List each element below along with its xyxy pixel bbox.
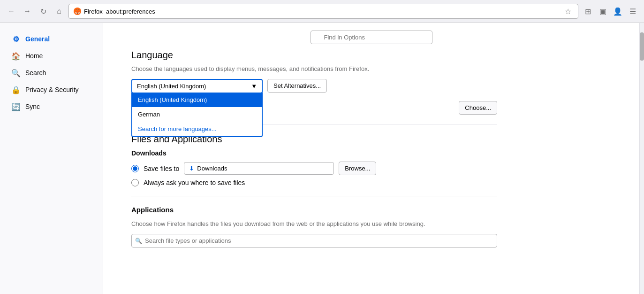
folder-download-icon: ⬇	[189, 165, 194, 172]
applications-description: Choose how Firefox handles the files you…	[131, 220, 497, 227]
save-files-row: Save files to ⬇ Downloads Browse...	[131, 162, 497, 175]
always-ask-label: Always ask you where to save files	[144, 179, 245, 186]
language-dropdown-menu: English (United Kingdom) German Search f…	[131, 93, 263, 137]
dropdown-arrow-icon: ▼	[251, 83, 257, 90]
home-button[interactable]: ⌂	[53, 5, 66, 18]
sidebar-label-general: General	[25, 35, 50, 43]
sidebar-item-home[interactable]: 🏠 Home	[4, 47, 99, 64]
applications-section: Applications Choose how Firefox handles …	[131, 206, 497, 248]
language-description: Choose the languages used to display men…	[131, 65, 497, 72]
choose-button[interactable]: Choose...	[459, 101, 497, 115]
address-bar[interactable]: 🦊 Firefox about:preferences ☆	[68, 4, 578, 19]
downloads-section: Downloads Save files to ⬇ Downloads Brow…	[131, 149, 497, 186]
find-input-wrapper: 🔍	[311, 31, 432, 44]
forward-button[interactable]: →	[21, 5, 34, 18]
back-button[interactable]: ←	[5, 5, 18, 18]
app-search-icon: 🔍	[135, 238, 142, 244]
sync-icon: 🔄	[11, 102, 21, 111]
sidebar-icon[interactable]: ▣	[596, 5, 609, 18]
gear-icon: ⚙	[11, 34, 21, 44]
downloads-folder-name: Downloads	[197, 165, 227, 172]
language-option-search-more[interactable]: Search for more languages...	[132, 122, 262, 136]
sidebar-label-sync: Sync	[25, 103, 40, 110]
toolbar: ← → ↻ ⌂ 🦊 Firefox about:preferences ☆ ⊞ …	[0, 0, 644, 23]
language-option-english-uk[interactable]: English (United Kingdom)	[132, 93, 262, 107]
menu-icon[interactable]: ☰	[626, 5, 639, 18]
language-dropdown-wrapper: English (United Kingdom) ▼ English (Unit…	[131, 79, 263, 93]
main-layout: ⚙ General 🏠 Home 🔍 Search 🔒 Privacy & Se…	[0, 23, 644, 294]
sidebar-label-home: Home	[25, 52, 43, 60]
sidebar-item-general[interactable]: ⚙ General	[4, 31, 99, 47]
sidebar-item-search[interactable]: 🔍 Search	[4, 64, 99, 81]
search-icon: 🔍	[11, 68, 21, 77]
app-search-wrapper: 🔍	[131, 234, 497, 248]
browser-chrome: ← → ↻ ⌂ 🦊 Firefox about:preferences ☆ ⊞ …	[0, 0, 644, 23]
content-area: 🔍 Language Choose the languages used to …	[103, 23, 639, 294]
selected-language-text: English (United Kingdom)	[137, 83, 206, 90]
save-files-radio[interactable]	[131, 165, 139, 172]
sidebar-item-sync[interactable]: 🔄 Sync	[4, 98, 99, 115]
home-icon: 🏠	[11, 51, 21, 61]
app-search-input[interactable]	[131, 234, 497, 248]
account-icon[interactable]: 👤	[611, 5, 624, 18]
reload-button[interactable]: ↻	[37, 5, 50, 18]
always-ask-row: Always ask you where to save files	[131, 179, 497, 186]
sidebar-item-privacy[interactable]: 🔒 Privacy & Security	[4, 81, 99, 98]
language-section-title: Language	[131, 50, 497, 61]
language-controls: English (United Kingdom) ▼ English (Unit…	[131, 79, 497, 93]
set-alternatives-button[interactable]: Set Alternatives...	[267, 79, 327, 93]
save-files-label: Save files to	[144, 165, 179, 172]
scrollbar-track[interactable]	[639, 23, 644, 294]
content-inner: Language Choose the languages used to di…	[103, 50, 525, 262]
library-icon[interactable]: ⊞	[581, 5, 594, 18]
downloads-path-display: ⬇ Downloads	[184, 162, 334, 175]
sidebar-label-privacy: Privacy & Security	[25, 86, 79, 93]
language-option-german[interactable]: German	[132, 107, 262, 122]
toolbar-icons: ⊞ ▣ 👤 ☰	[581, 5, 639, 18]
browse-button[interactable]: Browse...	[339, 162, 376, 175]
url-text: Firefox about:preferences	[84, 8, 560, 15]
downloads-divider	[131, 196, 497, 196]
downloads-label: Downloads	[131, 149, 497, 157]
scrollbar-thumb[interactable]	[640, 32, 644, 61]
applications-title: Applications	[131, 206, 497, 214]
always-ask-radio[interactable]	[131, 179, 139, 186]
find-in-options-bar: 🔍	[103, 23, 639, 50]
sidebar: ⚙ General 🏠 Home 🔍 Search 🔒 Privacy & Se…	[0, 23, 103, 294]
bookmark-star-icon[interactable]: ☆	[563, 6, 573, 17]
find-in-options-input[interactable]	[311, 31, 432, 44]
sidebar-label-search: Search	[25, 69, 46, 77]
firefox-logo: 🦊	[74, 8, 81, 15]
language-select-button[interactable]: English (United Kingdom) ▼	[131, 79, 263, 93]
lock-icon: 🔒	[11, 85, 21, 94]
